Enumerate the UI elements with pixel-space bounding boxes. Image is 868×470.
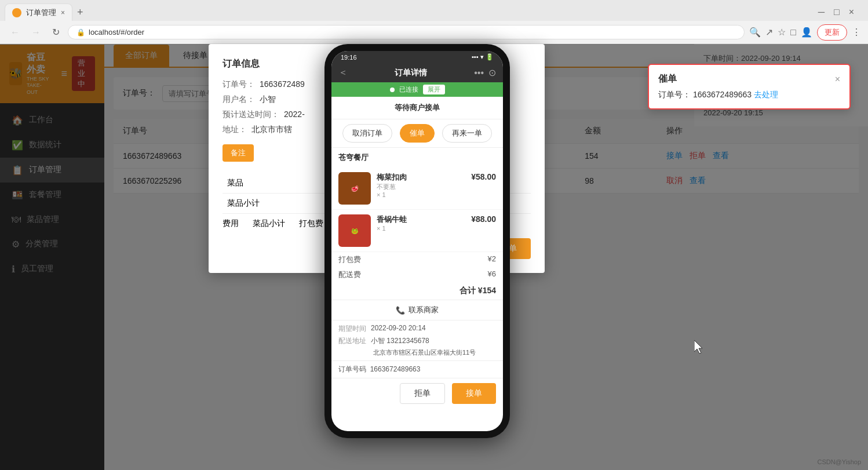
- bookmark-icon[interactable]: ☆: [778, 27, 786, 38]
- packing-fee-label: 打包费: [338, 254, 361, 265]
- refresh-button[interactable]: ↻: [49, 25, 63, 39]
- toast-title: 催单: [658, 73, 677, 85]
- delivery-addr-value: 北京市市辖区石景山区幸福大街11号: [373, 349, 476, 356]
- phone-item-price-2: ¥88.00: [471, 214, 496, 224]
- delivery-time-label: 预计送达时间：: [223, 110, 279, 120]
- phone-item-image-2: 🐸: [338, 214, 371, 247]
- connection-status: 已连接: [399, 85, 418, 94]
- delivery-address-label: 配送地址: [338, 336, 366, 346]
- toast-process-link[interactable]: 去处理: [754, 90, 778, 99]
- order-no-value: 1663672489663: [370, 365, 421, 373]
- browser-chrome: 订单管理 × + ─ □ × ← → ↻ 🔒 localhost/#/order…: [0, 0, 868, 45]
- share-icon[interactable]: ↗: [765, 27, 773, 38]
- menu-dots-icon[interactable]: ⋮: [852, 27, 861, 38]
- contact-label: 联系商家: [409, 305, 439, 315]
- url-text: localhost/#/order: [89, 28, 144, 37]
- delivery-time-value: 2022-: [284, 110, 305, 120]
- phone-cancel-order-btn[interactable]: 取消订单: [342, 124, 392, 143]
- phone-item-image-1: 🥩: [338, 172, 371, 205]
- phone-status-bar: 19:16 ▪▪▪ ▾ 🔋: [331, 51, 503, 63]
- phone-reorder-btn[interactable]: 再来一单: [442, 124, 492, 143]
- delivery-fee-label: 配送费: [338, 269, 361, 280]
- connection-dot: [390, 88, 395, 92]
- lock-icon: 🔒: [76, 28, 85, 37]
- delivery-fee-value: ¥6: [488, 269, 496, 280]
- phone-item-name-2: 香锅牛蛙: [377, 214, 465, 225]
- order-no-value: 1663672489: [260, 79, 305, 90]
- phone-nav-title: 订单详情: [352, 68, 469, 78]
- note-button[interactable]: 备注: [223, 144, 254, 162]
- window-minimize-button[interactable]: ─: [818, 7, 825, 17]
- tab-title: 订单管理: [26, 8, 56, 18]
- phone-more-icon[interactable]: •••: [474, 68, 484, 78]
- toast-body: 订单号： 1663672489663 去处理: [658, 90, 840, 100]
- window-maximize-button[interactable]: □: [834, 7, 840, 17]
- phone-item-name-1: 梅菜扣肉: [377, 172, 465, 183]
- phone-action-btns: 取消订单 催单 再来一单: [331, 119, 503, 148]
- user-label: 用户名：: [223, 94, 255, 105]
- phone-item-price-1: ¥58.00: [471, 172, 496, 181]
- packing-fee: 打包费: [299, 218, 323, 229]
- expected-time-label: 期望时间: [338, 324, 366, 334]
- phone-signal: ▪▪▪ ▾ 🔋: [472, 53, 494, 61]
- forward-button[interactable]: →: [28, 26, 44, 39]
- update-button[interactable]: 更新: [817, 24, 847, 41]
- tab-close-button[interactable]: ×: [61, 9, 65, 17]
- fees-label: 费用: [223, 218, 239, 229]
- phone-item-info-2: 香锅牛蛙 × 1: [377, 214, 465, 232]
- phone-order-item: 🥩 梅菜扣肉 不要葱 × 1 ¥58.00: [331, 167, 503, 210]
- phone-icon: 📞: [396, 306, 405, 315]
- expand-button[interactable]: 展开: [423, 85, 445, 94]
- notification-toast: 催单 × 订单号： 1663672489663 去处理: [648, 64, 851, 110]
- back-button[interactable]: ←: [7, 26, 23, 39]
- phone-delivery-fee: 配送费 ¥6: [331, 267, 503, 282]
- browser-tab[interactable]: 订单管理 ×: [5, 3, 72, 21]
- browser-actions: 🔍 ↗ ☆ □ 👤 更新 ⋮: [749, 24, 861, 41]
- phone-bottom-btns: 拒单 接单: [331, 378, 503, 409]
- search-icon[interactable]: 🔍: [749, 27, 761, 38]
- phone-waiting-text: 等待商户接单: [331, 97, 503, 119]
- phone-connection-bar: 已连接 展开: [331, 82, 503, 97]
- delivery-addr-row: 北京市市辖区石景山区幸福大街11号: [338, 348, 496, 357]
- phone-item-desc-1: 不要葱: [377, 183, 465, 191]
- phone-urge-btn[interactable]: 催单: [400, 124, 435, 143]
- delivery-address-row: 配送地址 小智 13212345678: [338, 336, 496, 346]
- delivery-name-value: 小智 13212345678: [371, 336, 429, 346]
- profile-icon[interactable]: 👤: [801, 27, 812, 38]
- packing-fee-value: ¥2: [488, 254, 496, 265]
- phone-total: 合计 ¥154: [331, 282, 503, 300]
- address-bar[interactable]: 🔒 localhost/#/order: [68, 25, 745, 39]
- order-no-label: 订单号：: [223, 79, 255, 90]
- phone-reject-button[interactable]: 拒单: [400, 383, 445, 404]
- total-label: 合计: [459, 286, 476, 296]
- phone-time: 19:16: [341, 54, 357, 61]
- phone-target-icon[interactable]: ⊙: [488, 67, 496, 78]
- total-value: ¥154: [478, 286, 496, 296]
- address-value: 北京市市辖: [251, 125, 292, 135]
- toast-header: 催单 ×: [658, 73, 840, 85]
- phone-order-num: 订单号码 1663672489663: [331, 360, 503, 378]
- phone-packing-fee: 打包费 ¥2: [331, 252, 503, 267]
- window-close-button[interactable]: ×: [849, 7, 854, 17]
- order-no-label: 订单号码: [338, 365, 366, 373]
- phone-nav-bar: ＜ 订单详情 ••• ⊙: [331, 63, 503, 82]
- phone-restaurant: 苍穹餐厅: [331, 148, 503, 167]
- address-label: 地址：: [223, 125, 247, 135]
- new-tab-button[interactable]: +: [77, 6, 83, 19]
- phone-order-item: 🐸 香锅牛蛙 × 1 ¥88.00: [331, 210, 503, 252]
- toast-order-no: 1663672489663: [693, 90, 752, 99]
- user-value: 小智: [260, 94, 276, 105]
- nav-bar: ← → ↻ 🔒 localhost/#/order 🔍 ↗ ☆ □ 👤 更新 ⋮: [0, 21, 868, 44]
- phone-back-icon[interactable]: ＜: [338, 67, 348, 79]
- phone-item-info-1: 梅菜扣肉 不要葱 × 1: [377, 172, 465, 198]
- expected-time-value: 2022-09-20 20:14: [371, 324, 426, 334]
- extensions-icon[interactable]: □: [790, 27, 796, 38]
- toast-order-prefix: 订单号：: [658, 90, 691, 99]
- tab-bar: 订单管理 × + ─ □ ×: [0, 0, 868, 21]
- expected-time-row: 期望时间 2022-09-20 20:14: [338, 324, 496, 334]
- phone-accept-button[interactable]: 接单: [452, 383, 496, 404]
- toast-close-button[interactable]: ×: [835, 74, 840, 85]
- subtotal-fee: 菜品小计: [253, 218, 285, 229]
- tab-favicon: [12, 8, 21, 17]
- phone-delivery-info: 期望时间 2022-09-20 20:14 配送地址 小智 1321234567…: [331, 320, 503, 360]
